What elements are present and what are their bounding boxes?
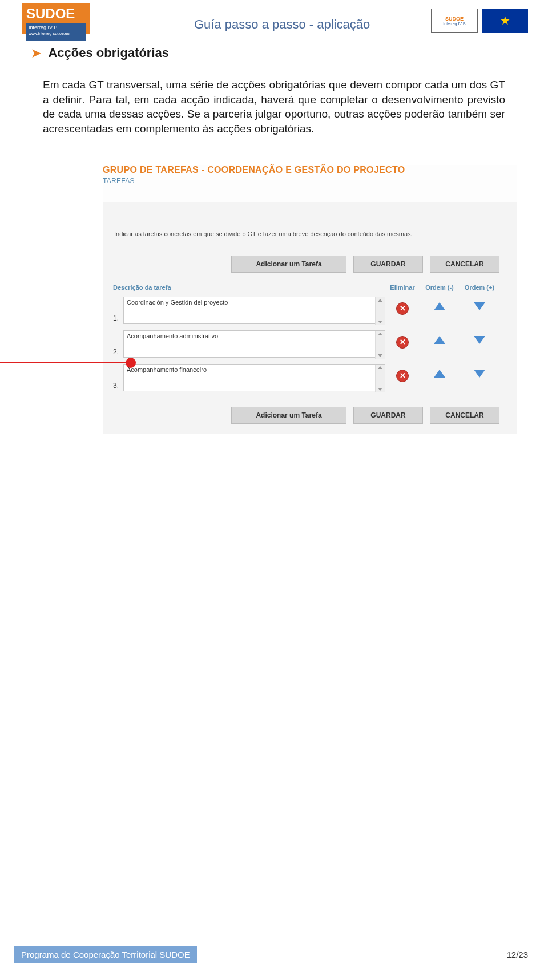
panel-instruction: Indicar as tarefas concretas em que se d… bbox=[103, 202, 517, 244]
delete-cell: ✕ bbox=[385, 297, 420, 315]
save-button[interactable]: GUARDAR bbox=[353, 256, 423, 273]
scrollbar-icon[interactable] bbox=[375, 297, 385, 325]
page-footer: Programa de Cooperação Territorial SUDOE… bbox=[14, 946, 534, 963]
panel-title: GRUPO DE TAREFAS - COORDENAÇÃO E GESTÃO … bbox=[103, 165, 517, 175]
cancel-button[interactable]: CANCELAR bbox=[430, 407, 499, 424]
save-button[interactable]: GUARDAR bbox=[353, 407, 423, 424]
arrow-down-icon[interactable] bbox=[474, 302, 485, 310]
arrow-down-icon[interactable] bbox=[474, 370, 485, 378]
callout-dot-icon bbox=[126, 358, 136, 368]
move-down-cell bbox=[460, 330, 499, 344]
body-paragraph: Em cada GT transversal, uma série de acç… bbox=[0, 60, 548, 148]
task-number: 3. bbox=[113, 382, 123, 393]
add-task-button[interactable]: Adicionar um Tarefa bbox=[231, 407, 346, 424]
task-description-input[interactable]: Acompanhamento administrativo bbox=[123, 330, 385, 358]
cancel-button[interactable]: CANCELAR bbox=[430, 256, 499, 273]
section-title: Acções obrigatórias bbox=[48, 46, 169, 60]
move-down-cell bbox=[460, 364, 499, 378]
page-header: SUDOE Interreg IV B www.interreg-sudoe.e… bbox=[0, 0, 548, 40]
add-task-button[interactable]: Adicionar um Tarefa bbox=[231, 256, 346, 273]
move-up-cell bbox=[420, 364, 460, 378]
bullet-arrow-icon: ➤ bbox=[31, 47, 41, 59]
eu-stars-icon: ★ bbox=[500, 14, 510, 27]
task-number: 2. bbox=[113, 348, 123, 359]
task-row: 1. Coordinación y Gestión del proyecto ✕ bbox=[103, 294, 517, 328]
page-title: Guía passo a passo - aplicação bbox=[194, 17, 370, 32]
delete-cell: ✕ bbox=[385, 330, 420, 349]
arrow-up-icon[interactable] bbox=[434, 336, 445, 344]
move-down-cell bbox=[460, 297, 499, 310]
footer-page-number: 12/23 bbox=[506, 950, 528, 959]
sudoe-small-logo: SUDOE Interreg IV B bbox=[431, 9, 478, 33]
task-row: 3. Acompanhamento financeiro ✕ bbox=[103, 362, 517, 395]
col-delete: Eliminar bbox=[385, 284, 420, 291]
delete-icon[interactable]: ✕ bbox=[396, 302, 409, 315]
callout-line bbox=[0, 362, 131, 363]
delete-icon[interactable]: ✕ bbox=[396, 336, 409, 349]
delete-icon[interactable]: ✕ bbox=[396, 370, 409, 382]
move-up-cell bbox=[420, 330, 460, 344]
panel-subtitle: TAREFAS bbox=[103, 177, 517, 185]
task-number: 1. bbox=[113, 314, 123, 326]
arrow-up-icon[interactable] bbox=[434, 370, 445, 378]
col-order-down: Ordem (+) bbox=[460, 284, 499, 291]
arrow-down-icon[interactable] bbox=[474, 336, 485, 344]
header-right-logos: SUDOE Interreg IV B ★ bbox=[431, 9, 528, 33]
scrollbar-icon[interactable] bbox=[375, 365, 385, 392]
eu-flag-icon: ★ bbox=[482, 9, 528, 33]
top-button-row: Adicionar um Tarefa GUARDAR CANCELAR bbox=[103, 244, 517, 281]
arrow-up-icon[interactable] bbox=[434, 302, 445, 310]
col-description: Descrição da tarefa bbox=[113, 284, 385, 291]
scrollbar-icon[interactable] bbox=[375, 331, 385, 359]
task-table-header: Descrição da tarefa Eliminar Ordem (-) O… bbox=[103, 281, 517, 294]
sudoe-logo: SUDOE Interreg IV B www.interreg-sudoe.e… bbox=[22, 3, 90, 34]
move-up-cell bbox=[420, 297, 460, 310]
footer-program: Programa de Cooperação Territorial SUDOE bbox=[14, 946, 197, 963]
task-description-input[interactable]: Coordinación y Gestión del proyecto bbox=[123, 297, 385, 324]
bottom-button-row: Adicionar um Tarefa GUARDAR CANCELAR bbox=[103, 395, 517, 432]
delete-cell: ✕ bbox=[385, 364, 420, 382]
logo-main-text: SUDOE bbox=[26, 6, 75, 21]
task-description-input[interactable]: Acompanhamento financeiro bbox=[123, 364, 385, 391]
section-heading-row: ➤ Acções obrigatórias bbox=[0, 40, 548, 60]
tasks-panel: GRUPO DE TAREFAS - COORDENAÇÃO E GESTÃO … bbox=[103, 165, 517, 434]
task-row: 2. Acompanhamento administrativo ✕ bbox=[103, 328, 517, 362]
logo-sub-text: Interreg IV B www.interreg-sudoe.eu bbox=[26, 23, 86, 41]
col-order-up: Ordem (-) bbox=[420, 284, 460, 291]
